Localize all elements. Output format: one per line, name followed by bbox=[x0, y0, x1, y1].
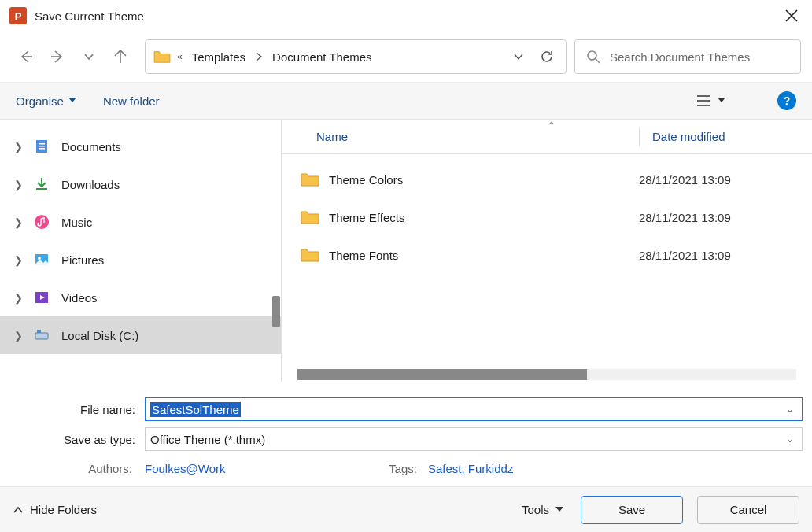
tree-item-label: Documents bbox=[61, 140, 121, 153]
organise-button[interactable]: Organise bbox=[16, 94, 76, 108]
svg-point-7 bbox=[38, 257, 41, 260]
svg-rect-10 bbox=[37, 330, 41, 333]
breadcrumb[interactable]: « Templates Document Themes bbox=[145, 39, 567, 74]
close-button[interactable] bbox=[781, 5, 803, 27]
organise-label: Organise bbox=[16, 94, 64, 108]
caret-down-icon bbox=[555, 507, 563, 513]
expand-caret[interactable]: ❯ bbox=[14, 216, 22, 228]
svg-point-5 bbox=[35, 215, 49, 229]
caret-down-icon bbox=[718, 98, 725, 104]
search-icon bbox=[586, 50, 600, 64]
refresh-icon bbox=[540, 50, 554, 64]
tree-item-downloads[interactable]: ❯ Downloads bbox=[0, 165, 281, 203]
powerpoint-icon: P bbox=[9, 7, 27, 24]
file-row[interactable]: Theme Colors 28/11/2021 13:09 bbox=[282, 161, 812, 198]
authors-label: Authors: bbox=[9, 462, 145, 475]
sort-indicator-icon: ⌃ bbox=[547, 120, 556, 132]
cancel-button[interactable]: Cancel bbox=[697, 496, 799, 524]
folder-tree: ❯ Documents ❯ Downloads ❯ Music ❯ Pictur… bbox=[0, 120, 282, 382]
chevron-down-icon bbox=[83, 51, 94, 62]
column-header-date[interactable]: Date modified bbox=[640, 130, 725, 143]
chevron-up-icon bbox=[13, 504, 24, 515]
expand-caret[interactable]: ❯ bbox=[14, 330, 22, 342]
tree-item-videos[interactable]: ❯ Videos bbox=[0, 279, 281, 316]
list-view-icon bbox=[697, 94, 713, 107]
svg-rect-9 bbox=[35, 333, 48, 339]
tree-item-label: Pictures bbox=[61, 253, 104, 267]
search-input[interactable]: Search Document Themes bbox=[574, 39, 801, 74]
nav-back-button[interactable] bbox=[17, 48, 35, 65]
filename-label: File name: bbox=[9, 403, 145, 416]
close-icon bbox=[785, 9, 798, 22]
file-date: 28/11/2021 13:09 bbox=[639, 211, 731, 224]
tools-button[interactable]: Tools bbox=[522, 503, 563, 516]
refresh-button[interactable] bbox=[536, 46, 558, 68]
filename-value: SafestSolTheme bbox=[150, 402, 241, 417]
file-row[interactable]: Theme Effects 28/11/2021 13:09 bbox=[282, 198, 812, 236]
filename-input[interactable]: SafestSolTheme ⌄ bbox=[145, 397, 803, 421]
tags-value[interactable]: Safest, Furkiddz bbox=[428, 462, 513, 475]
nav-up-button[interactable] bbox=[112, 48, 129, 65]
tree-item-local-disk[interactable]: ❯ Local Disk (C:) bbox=[0, 316, 281, 354]
expand-caret[interactable]: ❯ bbox=[14, 254, 22, 266]
breadcrumb-seg-document-themes[interactable]: Document Themes bbox=[269, 47, 375, 67]
folder-icon bbox=[301, 247, 319, 263]
caret-down-icon bbox=[68, 98, 76, 104]
view-options-button[interactable] bbox=[697, 94, 730, 107]
save-button[interactable]: Save bbox=[581, 496, 683, 524]
search-placeholder: Search Document Themes bbox=[610, 50, 750, 64]
file-date: 28/11/2021 13:09 bbox=[639, 249, 731, 262]
svg-point-0 bbox=[588, 51, 596, 60]
column-header-row: ⌃ Name Date modified bbox=[282, 120, 812, 154]
file-date: 28/11/2021 13:09 bbox=[639, 173, 731, 187]
file-name: Theme Fonts bbox=[329, 249, 398, 262]
music-icon bbox=[33, 213, 50, 231]
expand-caret[interactable]: ❯ bbox=[14, 179, 22, 190]
tree-item-pictures[interactable]: ❯ Pictures bbox=[0, 241, 281, 279]
nav-forward-button[interactable] bbox=[49, 48, 66, 65]
saveastype-label: Save as type: bbox=[9, 433, 145, 446]
expand-caret[interactable]: ❯ bbox=[14, 141, 22, 153]
arrow-up-icon bbox=[113, 49, 128, 65]
tree-item-music[interactable]: ❯ Music bbox=[0, 203, 281, 241]
folder-icon bbox=[301, 209, 319, 225]
folder-icon bbox=[153, 50, 171, 64]
hide-folders-button[interactable]: Hide Folders bbox=[13, 503, 97, 516]
file-name: Theme Effects bbox=[329, 211, 404, 224]
svg-rect-2 bbox=[39, 143, 45, 145]
breadcrumb-seg-templates[interactable]: Templates bbox=[189, 47, 249, 67]
drive-icon bbox=[33, 327, 50, 344]
tree-item-documents[interactable]: ❯ Documents bbox=[0, 127, 281, 165]
tools-label: Tools bbox=[522, 503, 549, 516]
downloads-icon bbox=[33, 175, 50, 193]
saveastype-value: Office Theme (*.thmx) bbox=[150, 433, 265, 446]
chevron-down-icon[interactable]: ⌄ bbox=[786, 404, 794, 415]
tree-item-label: Local Disk (C:) bbox=[61, 329, 138, 342]
sidebar-scrollbar[interactable] bbox=[272, 296, 280, 327]
saveastype-select[interactable]: Office Theme (*.thmx) ⌄ bbox=[145, 427, 803, 451]
horizontal-scrollbar[interactable] bbox=[297, 369, 796, 380]
pictures-icon bbox=[33, 251, 50, 268]
chevron-down-icon[interactable]: ⌄ bbox=[786, 434, 794, 445]
arrow-right-icon bbox=[50, 49, 65, 65]
hide-folders-label: Hide Folders bbox=[30, 503, 97, 516]
file-name: Theme Colors bbox=[329, 173, 403, 187]
breadcrumb-dropdown[interactable] bbox=[507, 46, 530, 68]
column-header-name[interactable]: Name bbox=[316, 130, 639, 143]
help-button[interactable]: ? bbox=[777, 91, 796, 110]
window-title: Save Current Theme bbox=[35, 9, 781, 23]
nav-history-button[interactable] bbox=[80, 48, 98, 65]
expand-caret[interactable]: ❯ bbox=[14, 292, 22, 304]
tree-item-label: Downloads bbox=[61, 178, 120, 191]
videos-icon bbox=[33, 289, 50, 306]
chevron-down-icon bbox=[512, 50, 525, 63]
breadcrumb-overflow[interactable]: « bbox=[177, 51, 183, 62]
file-row[interactable]: Theme Fonts 28/11/2021 13:09 bbox=[282, 236, 812, 274]
new-folder-button[interactable]: New folder bbox=[103, 94, 160, 108]
folder-icon bbox=[301, 172, 319, 187]
svg-rect-3 bbox=[39, 146, 45, 147]
documents-icon bbox=[33, 138, 50, 155]
authors-value[interactable]: Foulkes@Work bbox=[145, 462, 381, 475]
chevron-right-icon bbox=[255, 52, 263, 61]
tree-item-label: Videos bbox=[61, 291, 98, 305]
